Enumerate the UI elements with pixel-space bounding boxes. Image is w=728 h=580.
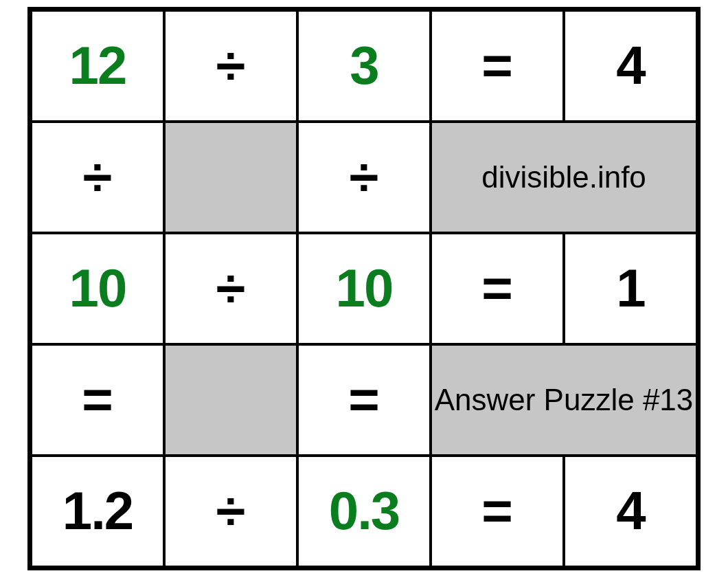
divide-icon: ÷ xyxy=(216,36,246,96)
cell-r1c4: = xyxy=(431,10,564,122)
divide-icon: ÷ xyxy=(83,148,113,207)
value: 3 xyxy=(350,36,378,96)
value: 4 xyxy=(616,482,644,541)
cell-r2c3: ÷ xyxy=(297,122,431,233)
equals-icon: = xyxy=(82,370,113,430)
site-label-cell: divisible.info xyxy=(431,122,697,233)
cell-r2c2-blank xyxy=(164,122,297,233)
value: 1 xyxy=(616,259,644,318)
cell-r1c1: 12 xyxy=(31,10,164,122)
divide-icon: ÷ xyxy=(350,148,379,207)
cell-r5c3: 0.3 xyxy=(297,456,431,567)
equals-icon: = xyxy=(348,370,380,430)
cell-r3c1: 10 xyxy=(31,233,164,344)
cell-r4c3: = xyxy=(297,344,431,456)
cell-r3c2: ÷ xyxy=(164,233,297,344)
equals-icon: = xyxy=(481,482,513,541)
cell-r5c4: = xyxy=(431,456,564,567)
cell-r2c1: ÷ xyxy=(31,122,164,233)
value: 10 xyxy=(69,259,126,318)
cell-r3c5: 1 xyxy=(564,233,697,344)
cell-r5c1: 1.2 xyxy=(31,456,164,567)
puzzle-label-cell: Answer Puzzle #13 xyxy=(431,344,697,456)
value: 1.2 xyxy=(62,482,133,541)
puzzle-label: Answer Puzzle #13 xyxy=(435,383,694,416)
site-label: divisible.info xyxy=(481,161,646,194)
divide-icon: ÷ xyxy=(216,482,246,541)
cell-r1c2: ÷ xyxy=(164,10,297,122)
value: 12 xyxy=(69,36,126,96)
value: 0.3 xyxy=(329,482,399,541)
cell-r1c3: 3 xyxy=(297,10,431,122)
value: 4 xyxy=(616,36,644,96)
cell-r3c3: 10 xyxy=(297,233,431,344)
cell-r4c2-blank xyxy=(164,344,297,456)
cell-r3c4: = xyxy=(431,233,564,344)
cell-r4c1: = xyxy=(31,344,164,456)
cell-r5c5: 4 xyxy=(564,456,697,567)
cell-r5c2: ÷ xyxy=(164,456,297,567)
puzzle-grid: 12 ÷ 3 = 4 ÷ ÷ divisible.info 10 ÷ 10 = … xyxy=(27,7,701,570)
equals-icon: = xyxy=(481,259,513,318)
cell-r1c5: 4 xyxy=(564,10,697,122)
value: 10 xyxy=(336,259,393,318)
equals-icon: = xyxy=(481,36,513,96)
divide-icon: ÷ xyxy=(216,259,246,318)
